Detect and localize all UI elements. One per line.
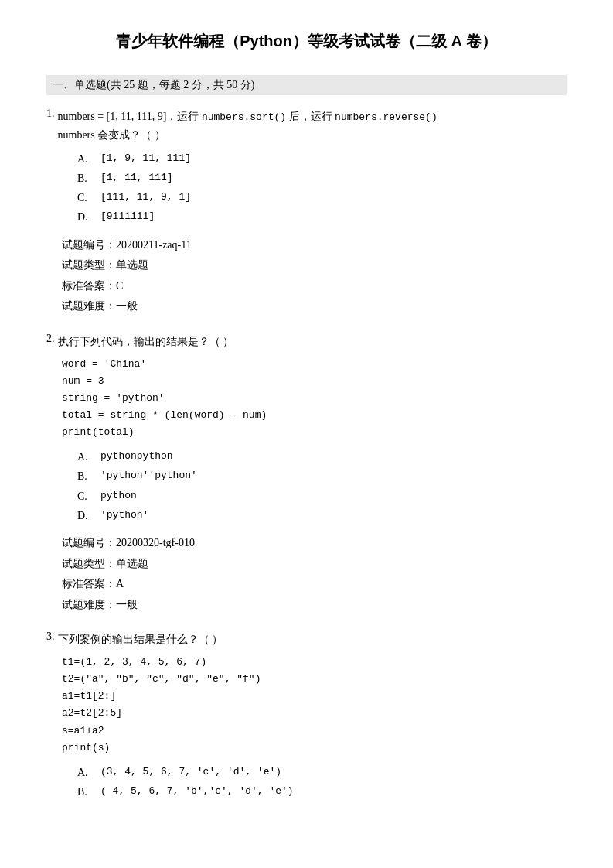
q3-number: 3. <box>46 630 55 643</box>
q3-code-line3: a1=t1[2:] <box>62 688 567 705</box>
q3-stem: 下列案例的输出结果是什么？（ ） <box>58 630 567 649</box>
q2-meta-answer: 标准答案：A <box>62 574 567 595</box>
q2-code: word = 'China' num = 3 string = 'python'… <box>62 356 567 441</box>
q2-option-c: C. python <box>77 487 567 506</box>
q2-code-line3: string = 'python' <box>62 390 567 407</box>
question-2: 2. 执行下列代码，输出的结果是？（ ） word = 'China' num … <box>46 333 567 615</box>
q1-number: 1. <box>46 108 55 120</box>
q3-code-line2: t2=("a", "b", "c", "d", "e", "f") <box>62 671 567 688</box>
q2-meta-id: 试题编号：20200320-tgf-010 <box>62 533 567 554</box>
section-header: 一、单选题(共 25 题，每题 2 分，共 50 分) <box>46 75 567 95</box>
q2-number: 2. <box>46 333 55 345</box>
q2-option-b: B. 'python''python' <box>77 466 567 486</box>
q1-options: A. [1, 9, 11, 111] B. [1, 11, 111] C. [1… <box>77 149 567 227</box>
q3-code-line6: print(s) <box>62 740 567 757</box>
q1-meta-type: 试题类型：单选题 <box>62 255 567 276</box>
q1-option-d: D. [9111111] <box>77 207 567 227</box>
q1-meta-id: 试题编号：20200211-zaq-11 <box>62 235 567 256</box>
q3-option-a: A. (3, 4, 5, 6, 7, 'c', 'd', 'e') <box>77 763 567 782</box>
question-3: 3. 下列案例的输出结果是什么？（ ） t1=(1, 2, 3, 4, 5, 6… <box>46 630 567 801</box>
q3-code-line4: a2=t2[2:5] <box>62 705 567 722</box>
q1-option-c: C. [111, 11, 9, 1] <box>77 188 567 207</box>
question-1: 1. numbers = [1, 11, 111, 9]，运行 numbers.… <box>46 108 567 317</box>
q3-code-line5: s=a1+a2 <box>62 723 567 740</box>
q2-code-line5: print(total) <box>62 424 567 441</box>
q3-code-line1: t1=(1, 2, 3, 4, 5, 6, 7) <box>62 654 567 671</box>
q1-meta: 试题编号：20200211-zaq-11 试题类型：单选题 标准答案：C 试题难… <box>62 235 567 317</box>
q2-meta-difficulty: 试题难度：一般 <box>62 595 567 616</box>
q2-code-line4: total = string * (len(word) - num) <box>62 407 567 424</box>
q2-meta: 试题编号：20200320-tgf-010 试题类型：单选题 标准答案：A 试题… <box>62 533 567 615</box>
page-title: 青少年软件编程（Python）等级考试试卷（二级 A 卷） <box>46 31 567 52</box>
q1-meta-answer: 标准答案：C <box>62 276 567 297</box>
q2-stem: 执行下列代码，输出的结果是？（ ） <box>58 333 567 351</box>
q1-option-a: A. [1, 9, 11, 111] <box>77 149 567 169</box>
q2-option-a: A. pythonpython <box>77 447 567 466</box>
q3-options: A. (3, 4, 5, 6, 7, 'c', 'd', 'e') B. ( 4… <box>77 763 567 801</box>
q3-option-b: B. ( 4, 5, 6, 7, 'b','c', 'd', 'e') <box>77 782 567 801</box>
q2-code-line2: num = 3 <box>62 373 567 390</box>
q3-code: t1=(1, 2, 3, 4, 5, 6, 7) t2=("a", "b", "… <box>62 654 567 757</box>
q1-stem: numbers = [1, 11, 111, 9]，运行 numbers.sor… <box>58 108 567 145</box>
q2-meta-type: 试题类型：单选题 <box>62 554 567 575</box>
q1-meta-difficulty: 试题难度：一般 <box>62 296 567 317</box>
q2-code-line1: word = 'China' <box>62 356 567 373</box>
q2-options: A. pythonpython B. 'python''python' C. p… <box>77 447 567 525</box>
q1-option-b: B. [1, 11, 111] <box>77 169 567 188</box>
q2-option-d: D. 'python' <box>77 506 567 525</box>
